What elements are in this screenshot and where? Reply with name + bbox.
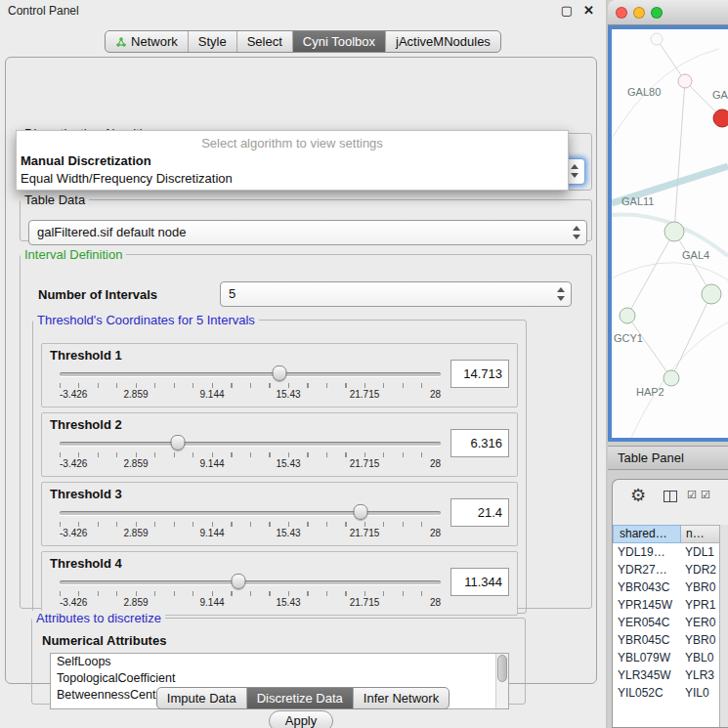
column-header-shared-name[interactable]: shared…: [613, 525, 681, 543]
number-of-intervals-combobox[interactable]: 5: [220, 281, 572, 307]
table-row[interactable]: YER054CYER0: [613, 614, 720, 631]
tab-select[interactable]: Select: [237, 31, 292, 52]
threshold-2-value-field[interactable]: 6.316: [450, 429, 509, 457]
slider-track[interactable]: [60, 372, 441, 376]
network-window-chrome: [608, 0, 728, 25]
cell-name[interactable]: YBR0: [681, 578, 720, 596]
node-gal11[interactable]: [664, 222, 684, 241]
threshold-3-value-field[interactable]: 21.4: [450, 498, 509, 527]
table-row[interactable]: YLR345WYLR3: [613, 666, 720, 684]
cell-name[interactable]: YDR2: [681, 561, 720, 578]
minimize-icon[interactable]: ▢: [561, 3, 573, 18]
threshold-3-slider[interactable]: -3.426 2.859 9.144 15.43 21.715 28: [60, 504, 441, 543]
tab-jactivemodules[interactable]: jActiveMNodules: [386, 31, 500, 52]
network-icon: [115, 36, 127, 48]
slider-ticks: [60, 383, 441, 388]
algorithm-option-manual[interactable]: Manual Discretization: [17, 152, 568, 170]
column-header-name[interactable]: n…: [681, 525, 720, 543]
threshold-3-panel: Threshold 3 -3.426 2.859 9.144 15.43 21.…: [41, 482, 518, 546]
cell-shared-name[interactable]: YPR145W: [613, 596, 681, 614]
algorithm-option-equal-width[interactable]: Equal Width/Frequency Discretization: [17, 170, 568, 188]
table-scrollbar[interactable]: [719, 525, 728, 727]
threshold-2-slider[interactable]: -3.426 2.859 9.144 15.43 21.715 28: [60, 435, 441, 474]
table-row[interactable]: YBR043CYBR0: [613, 578, 720, 596]
interval-definition-label: Interval Definition: [21, 247, 126, 262]
select-none-icon[interactable]: ☑: [701, 489, 710, 501]
cell-name[interactable]: YER0: [681, 614, 720, 631]
threshold-1-value-field[interactable]: 14.713: [450, 360, 509, 388]
traffic-light-close-icon[interactable]: [616, 7, 627, 19]
tab-style[interactable]: Style: [189, 31, 236, 52]
close-icon[interactable]: ✕: [583, 3, 594, 18]
apply-button[interactable]: Apply: [269, 710, 333, 728]
slider-ticks: [60, 591, 441, 596]
table-row[interactable]: YBL079WYBL0: [613, 649, 720, 666]
cell-name[interactable]: YPR1: [681, 596, 720, 614]
table-row[interactable]: YIL052CYIL0: [613, 684, 720, 702]
node-red-selected[interactable]: [713, 109, 728, 127]
node-unlabeled[interactable]: [651, 33, 663, 45]
cell-shared-name[interactable]: YIL052C: [613, 684, 681, 702]
cyni-toolbox-panel: Discretization Algorithm Select algorith…: [5, 57, 597, 684]
threshold-4-slider[interactable]: -3.426 2.859 9.144 15.43 21.715 28: [60, 574, 441, 613]
tab-infer-network[interactable]: Infer Network: [354, 688, 449, 708]
interval-definition-group: Interval Definition Number of Intervals …: [20, 247, 592, 609]
cell-name[interactable]: YLR3: [681, 666, 720, 684]
cell-shared-name[interactable]: YLR345W: [613, 666, 681, 684]
traffic-light-zoom-icon[interactable]: [651, 7, 663, 19]
tab-network[interactable]: Network: [106, 31, 188, 52]
gear-icon[interactable]: ⚙: [630, 485, 646, 506]
scrollbar-thumb[interactable]: [497, 655, 507, 682]
cell-name[interactable]: YBR0: [681, 631, 720, 649]
table-row[interactable]: YBR045CYBR0: [613, 631, 720, 649]
cell-name[interactable]: YIL0: [681, 684, 720, 702]
slider-track[interactable]: [60, 580, 441, 584]
slider-scale: -3.426 2.859 9.144 15.43 21.715 28: [60, 458, 441, 470]
threshold-1-slider[interactable]: -3.426 2.859 9.144 15.43 21.715 28: [60, 365, 441, 405]
titlebar: Control Panel ▢ ✕: [0, 0, 606, 23]
cell-shared-name[interactable]: YBR043C: [613, 578, 681, 596]
number-of-intervals-value: 5: [229, 286, 236, 301]
threshold-4-value-field[interactable]: 11.344: [450, 568, 509, 596]
tab-impute-data[interactable]: Impute Data: [157, 688, 246, 708]
list-item-topologicalcoefficient[interactable]: TopologicalCoefficient: [51, 670, 508, 687]
table-row[interactable]: YDR27…YDR2: [613, 561, 720, 578]
table-row[interactable]: YPR145WYPR1: [613, 596, 720, 614]
slider-track[interactable]: [60, 511, 441, 515]
node-gal4[interactable]: [702, 284, 721, 304]
cell-shared-name[interactable]: YER054C: [613, 614, 681, 631]
threshold-2-label: Threshold 2: [50, 417, 122, 432]
slider-thumb[interactable]: [170, 435, 185, 450]
slider-thumb[interactable]: [354, 504, 368, 520]
cell-shared-name[interactable]: YBR045C: [613, 631, 681, 649]
table-row[interactable]: YDL19…YDL1: [613, 543, 720, 561]
tab-select-label: Select: [247, 34, 282, 50]
select-all-icon[interactable]: ☑: [687, 489, 697, 501]
columns-icon[interactable]: [664, 491, 677, 502]
node-gcy1[interactable]: [620, 308, 635, 323]
tab-discretize-data[interactable]: Discretize Data: [247, 688, 353, 708]
slider-thumb[interactable]: [273, 365, 287, 381]
slider-thumb[interactable]: [232, 574, 246, 589]
threshold-1-panel: Threshold 1 -3.426 2.859 9.144 15.43 21.…: [41, 343, 518, 407]
slider-track[interactable]: [60, 442, 441, 446]
algorithm-dropdown-popup: Select algorithm to view settings Manual…: [16, 130, 569, 191]
node-label-gcy1: GCY1: [614, 332, 643, 344]
thresholds-group-label: Threshold's Coordinates for 5 Intervals: [33, 313, 259, 327]
cell-shared-name[interactable]: YBL079W: [613, 649, 681, 666]
table-data-combobox[interactable]: galFiltered.sif default node: [28, 220, 587, 245]
tab-cyni-toolbox[interactable]: Cyni Toolbox: [293, 31, 385, 52]
network-view[interactable]: GAL80 GA GAL11 GAL4 GCY1 HAP2: [608, 25, 728, 442]
network-canvas[interactable]: GAL80 GA GAL11 GAL4 GCY1 HAP2: [612, 29, 728, 438]
list-item-selfloops[interactable]: SelfLoops: [51, 654, 508, 670]
node-hap2[interactable]: [664, 370, 679, 386]
traffic-light-minimize-icon[interactable]: [633, 7, 645, 19]
table-toolbar: ⚙ ☑ ☑: [613, 480, 728, 525]
cell-name[interactable]: YBL0: [681, 649, 720, 666]
tab-impute-data-label: Impute Data: [167, 691, 236, 707]
tab-style-label: Style: [198, 34, 227, 50]
cell-name[interactable]: YDL1: [681, 543, 720, 561]
cell-shared-name[interactable]: YDL19…: [613, 543, 681, 561]
node-gal80[interactable]: [678, 74, 692, 88]
cell-shared-name[interactable]: YDR27…: [613, 561, 681, 578]
